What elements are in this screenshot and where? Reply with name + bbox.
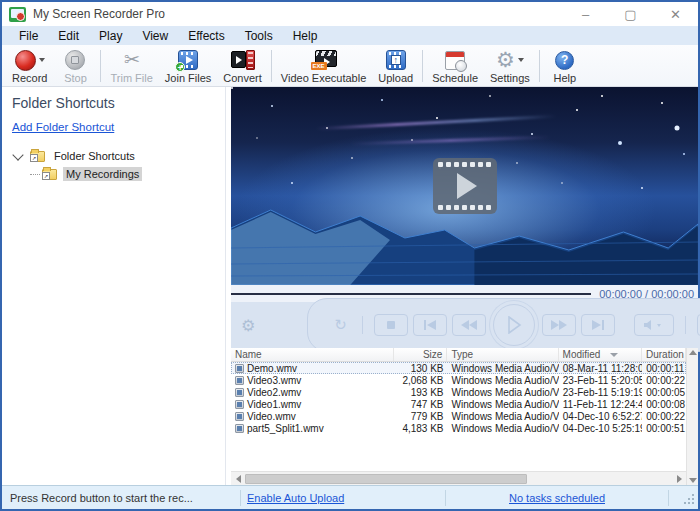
column-header-type[interactable]: Type <box>447 348 558 361</box>
video-preview <box>231 87 698 285</box>
help-button[interactable]: ? Help <box>543 47 587 85</box>
convert-icon <box>231 50 255 70</box>
join-films-icon: + <box>178 50 198 70</box>
menu-help[interactable]: Help <box>284 27 327 45</box>
loop-icon[interactable]: ↻ <box>334 316 347 334</box>
media-file-icon <box>235 400 244 409</box>
media-file-icon <box>235 412 244 421</box>
file-list-panel: Name Size Type Modified Duration Demo.wm… <box>231 348 698 485</box>
horizontal-scrollbar[interactable] <box>231 471 686 485</box>
gear-icon: ⚙ <box>496 49 515 71</box>
trim-file-button[interactable]: ✂ Trim File <box>104 47 158 85</box>
starfield-decoration <box>231 87 233 89</box>
stop-button[interactable]: Stop <box>53 47 97 85</box>
file-table-body: Demo.wmv 130 KB Windows Media Audio/Vide… <box>231 362 686 471</box>
record-button[interactable]: Record <box>6 47 53 85</box>
file-row[interactable]: part5_Split1.wmv 4,183 KB Windows Media … <box>231 422 686 434</box>
close-button[interactable]: ✕ <box>653 2 698 26</box>
convert-button[interactable]: Convert <box>217 47 268 85</box>
plus-badge-icon: + <box>175 62 185 72</box>
app-logo-icon <box>9 7 26 22</box>
record-dropdown-icon[interactable] <box>39 58 45 62</box>
rewind-button[interactable] <box>452 314 486 336</box>
resize-grip[interactable] <box>681 491 695 505</box>
menu-play[interactable]: Play <box>90 27 131 45</box>
no-tasks-scheduled-link[interactable]: No tasks scheduled <box>452 492 662 504</box>
app-window: My Screen Recorder Pro – ▢ ✕ File Edit P… <box>0 0 700 511</box>
folder-shortcuts-panel: Folder Shortcuts Add Folder Shortcut Fol… <box>2 87 226 485</box>
column-header-name[interactable]: Name <box>231 348 394 361</box>
scroll-right-icon[interactable] <box>672 472 686 485</box>
toolbar-separator <box>539 50 540 82</box>
column-header-modified[interactable]: Modified <box>559 348 642 361</box>
toolbar-separator <box>422 50 423 82</box>
tree-item-folder-shortcuts[interactable]: Folder Shortcuts <box>12 147 225 165</box>
status-separator <box>240 490 241 506</box>
file-row[interactable]: Video2.wmv 193 KB Windows Media Audio/Vi… <box>231 386 686 398</box>
schedule-button[interactable]: Schedule <box>426 47 484 85</box>
file-list-header: Name Size Type Modified Duration <box>231 348 686 362</box>
tree-item-my-recordings[interactable]: My Recordings <box>30 165 225 183</box>
vertical-scrollbar[interactable] <box>686 348 698 485</box>
record-icon <box>15 50 36 71</box>
toolbar-separator <box>271 50 272 82</box>
file-row[interactable]: Video3.wmv 2,068 KB Windows Media Audio/… <box>231 374 686 386</box>
scissors-icon: ✂ <box>124 50 140 70</box>
add-folder-shortcut-link[interactable]: Add Folder Shortcut <box>12 121 114 133</box>
file-row[interactable]: Video1.wmv 747 KB Windows Media Audio/Vi… <box>231 398 686 410</box>
media-file-icon <box>235 376 244 385</box>
maximize-button[interactable]: ▢ <box>608 2 653 26</box>
media-file-icon <box>235 388 244 397</box>
column-header-duration[interactable]: Duration <box>642 348 686 361</box>
status-bar: Press Record button to start the rec... … <box>2 485 698 509</box>
transport-pill: ↻ <box>307 298 700 352</box>
title-bar: My Screen Recorder Pro – ▢ ✕ <box>2 2 698 26</box>
next-button[interactable] <box>581 314 615 336</box>
menu-edit[interactable]: Edit <box>49 27 88 45</box>
seek-bar[interactable] <box>231 293 591 295</box>
join-files-button[interactable]: + Join Files <box>159 47 217 85</box>
settings-button[interactable]: ⚙ Settings <box>484 47 536 85</box>
stop-playback-button[interactable] <box>374 314 408 336</box>
window-title: My Screen Recorder Pro <box>33 7 165 21</box>
menu-file[interactable]: File <box>10 27 47 45</box>
chevron-down-icon[interactable] <box>12 149 23 160</box>
volume-button[interactable] <box>634 314 674 336</box>
calendar-clock-icon <box>445 51 465 70</box>
fast-forward-button[interactable] <box>542 314 576 336</box>
scroll-up-icon[interactable] <box>689 350 697 355</box>
window-controls: – ▢ ✕ <box>563 2 698 26</box>
file-row[interactable]: Video.wmv 779 KB Windows Media Audio/Vid… <box>231 410 686 422</box>
toolbar: Record Stop ✂ Trim File + Join Files Con… <box>2 45 698 87</box>
enable-auto-upload-link[interactable]: Enable Auto Upload <box>247 492 344 504</box>
upload-film-icon: ↑ <box>386 50 406 70</box>
toolbar-separator <box>100 50 101 82</box>
file-row[interactable]: Demo.wmv 130 KB Windows Media Audio/Vide… <box>231 362 686 374</box>
menu-tools[interactable]: Tools <box>236 27 282 45</box>
menu-view[interactable]: View <box>133 27 177 45</box>
nebula-streak <box>351 136 551 146</box>
media-file-icon <box>235 364 244 373</box>
tree-connector <box>30 174 40 175</box>
scroll-down-icon[interactable] <box>689 478 697 483</box>
scroll-left-icon[interactable] <box>231 472 245 485</box>
previous-button[interactable] <box>413 314 447 336</box>
sidebar-title: Folder Shortcuts <box>12 95 225 111</box>
folder-shortcut-icon <box>42 169 57 180</box>
media-file-icon <box>235 424 244 433</box>
minimize-button[interactable]: – <box>563 2 608 26</box>
video-executable-button[interactable]: EXE Video Executable <box>275 47 372 85</box>
film-play-overlay-icon <box>433 158 497 214</box>
settings-dropdown-icon[interactable] <box>518 58 524 62</box>
menu-bar: File Edit Play View Effects Tools Help <box>2 26 698 45</box>
horizontal-scroll-thumb[interactable] <box>245 474 527 484</box>
play-button[interactable] <box>493 304 535 346</box>
column-header-size[interactable]: Size <box>394 348 448 361</box>
question-icon: ? <box>555 51 574 70</box>
player-settings-gear-icon[interactable]: ⚙ <box>241 316 255 335</box>
sort-descending-icon <box>610 353 618 357</box>
pill-separator <box>362 316 363 334</box>
menu-effects[interactable]: Effects <box>179 27 233 45</box>
status-separator <box>668 490 669 506</box>
upload-button[interactable]: ↑ Upload <box>372 47 419 85</box>
